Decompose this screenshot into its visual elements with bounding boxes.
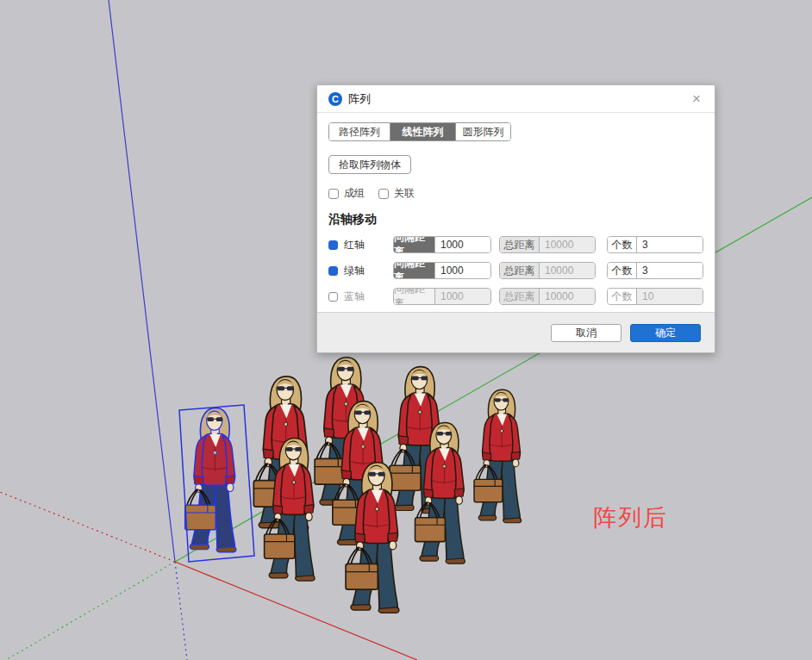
blue-axis-row: 蓝轴 间隔距离 总距离 个数	[328, 288, 703, 305]
plugin-icon: C	[328, 92, 342, 106]
count-label: 个数	[608, 289, 637, 304]
green-spacing-input[interactable]	[435, 263, 490, 278]
array-after-label: 阵列后	[593, 502, 668, 533]
green-count-field: 个数	[607, 262, 703, 279]
red-axis-label: 红轴	[344, 238, 382, 252]
green-total-input	[540, 263, 595, 278]
tab-path-array[interactable]: 路径阵列	[329, 123, 390, 140]
group-checkbox[interactable]	[328, 189, 339, 199]
total-label[interactable]: 总距离	[500, 263, 540, 278]
red-axis-negative	[0, 492, 175, 562]
blue-axis-negative	[175, 562, 187, 660]
blue-axis-checkbox[interactable]	[328, 292, 338, 302]
ok-button[interactable]: 确定	[630, 324, 701, 342]
close-icon[interactable]: ×	[689, 91, 704, 107]
blue-spacing-field: 间隔距离	[393, 288, 491, 305]
blue-spacing-input	[435, 289, 490, 304]
spacing-label: 间隔距离	[394, 289, 435, 304]
red-spacing-field: 间隔距离	[393, 236, 491, 253]
count-label[interactable]: 个数	[608, 263, 637, 278]
red-axis-row: 红轴 间隔距离 总距离 个数	[328, 236, 703, 253]
red-total-input	[540, 237, 595, 252]
group-label: 成组	[344, 186, 365, 201]
pick-objects-button[interactable]: 拾取阵列物体	[328, 155, 411, 174]
sketchup-viewport: 阵列后 C 阵列 × 路径阵列 线性阵列 圆形阵列 拾取阵列物体 成组 关联 沿…	[0, 0, 812, 660]
tab-linear-array[interactable]: 线性阵列	[390, 123, 455, 140]
green-axis-label: 绿轴	[344, 264, 382, 278]
dialog-title: 阵列	[348, 91, 371, 107]
dialog-content: 路径阵列 线性阵列 圆形阵列 拾取阵列物体 成组 关联 沿轴移动 红轴 间隔距离	[317, 113, 715, 312]
green-axis-row: 绿轴 间隔距离 总距离 个数	[328, 262, 703, 279]
associate-checkbox[interactable]	[378, 189, 389, 199]
move-along-axis-heading: 沿轴移动	[328, 212, 703, 227]
green-spacing-field: 间隔距离	[393, 262, 491, 279]
array-mode-tabs: 路径阵列 线性阵列 圆形阵列	[328, 122, 511, 141]
count-label[interactable]: 个数	[608, 237, 637, 252]
blue-total-input	[540, 289, 595, 304]
figures	[179, 358, 522, 613]
green-axis-checkbox[interactable]	[328, 266, 338, 276]
associate-label: 关联	[394, 186, 415, 201]
blue-axis-positive	[109, 0, 175, 562]
options-row: 成组 关联	[328, 186, 703, 201]
green-axis-negative	[0, 562, 175, 660]
array-dialog: C 阵列 × 路径阵列 线性阵列 圆形阵列 拾取阵列物体 成组 关联 沿轴移动 …	[316, 84, 715, 353]
dialog-titlebar[interactable]: C 阵列 ×	[317, 85, 715, 113]
blue-count-input	[637, 289, 703, 304]
tab-circular-array[interactable]: 圆形阵列	[455, 123, 510, 140]
red-count-input[interactable]	[637, 237, 703, 252]
blue-axis-label: 蓝轴	[344, 290, 382, 304]
dialog-footer: 取消 确定	[317, 312, 715, 352]
selected-person-figure[interactable]	[185, 408, 236, 552]
red-count-field: 个数	[607, 236, 703, 253]
spacing-label[interactable]: 间隔距离	[394, 237, 435, 252]
spacing-label[interactable]: 间隔距离	[394, 263, 435, 278]
red-axis-checkbox[interactable]	[328, 240, 338, 250]
red-total-field: 总距离	[499, 236, 596, 253]
blue-total-field: 总距离	[499, 288, 596, 305]
person-figure[interactable]	[474, 389, 522, 522]
blue-count-field: 个数	[607, 288, 703, 305]
red-spacing-input[interactable]	[435, 237, 490, 252]
green-total-field: 总距离	[499, 262, 596, 279]
cancel-button[interactable]: 取消	[551, 324, 621, 342]
total-label[interactable]: 总距离	[500, 237, 540, 252]
green-count-input[interactable]	[637, 263, 703, 278]
total-label: 总距离	[500, 289, 540, 304]
